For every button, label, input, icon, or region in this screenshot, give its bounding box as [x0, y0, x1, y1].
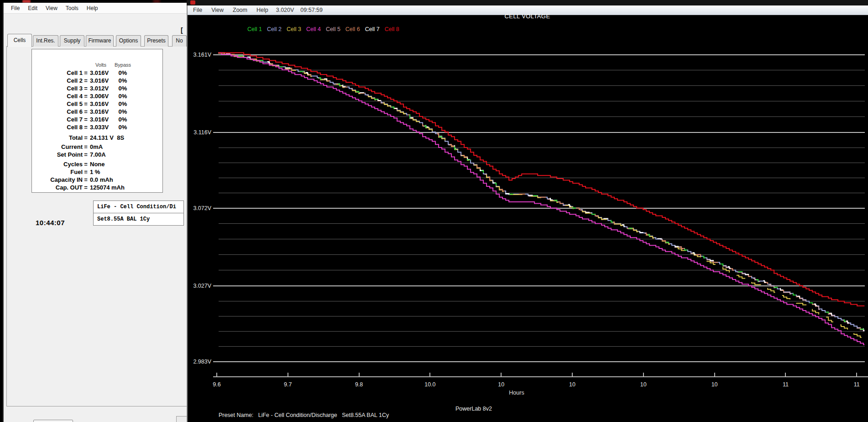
tab-options[interactable]: Options — [116, 35, 141, 47]
y-tick-label: 2.983V — [193, 359, 211, 365]
voltage-chart: 3.161V3.116V3.072V3.027V2.983V9.69.79.81… — [187, 0, 868, 422]
x-tick-label: 10 — [569, 381, 575, 388]
legend-cell-1[interactable]: Cell 1 — [247, 26, 262, 32]
x-tick-label: 10.0 — [424, 381, 435, 388]
panel-corner-fragment — [176, 416, 188, 422]
legend-cell-7[interactable]: Cell 7 — [365, 26, 380, 32]
left-menubar: FileEditViewToolsHelp — [4, 3, 187, 14]
tab-no[interactable]: No — [172, 35, 187, 47]
y-tick-label: 3.027V — [193, 283, 211, 289]
reading-capacityin: Capacity IN=0.0 mAh — [32, 176, 162, 184]
x-tick-label: 11 — [854, 381, 860, 388]
app-icon — [190, 0, 195, 5]
legend-cell-3[interactable]: Cell 3 — [287, 26, 301, 32]
tab-intres[interactable]: Int.Res. — [33, 35, 58, 47]
reading-cycles: Cycles=None — [32, 160, 162, 168]
legend-cell-8[interactable]: Cell 8 — [385, 26, 399, 32]
readings-header-row: Volts Bypass — [32, 61, 162, 69]
cell-7-reading: Cell 7=3.016V0% — [32, 116, 162, 123]
volts-column-header: Volts — [89, 62, 113, 68]
tab-presets[interactable]: Presets — [144, 35, 168, 47]
x-tick-label: 10 — [711, 381, 718, 388]
footer-device: PowerLab 8v2 — [455, 406, 492, 412]
chart-title: CELL VOLTAGE — [187, 13, 868, 20]
menu-item-help[interactable]: Help — [83, 4, 102, 13]
x-tick-label: 9.7 — [284, 381, 292, 388]
partial-button[interactable] — [33, 420, 73, 422]
legend-cell-2[interactable]: Cell 2 — [267, 26, 282, 32]
menu-item-view[interactable]: View — [42, 4, 62, 13]
chart-legend: Cell 1Cell 2Cell 3Cell 4Cell 5Cell 6Cell… — [247, 26, 399, 32]
clipped-text-fragment: [ — [181, 26, 183, 34]
x-tick-label: 10 — [498, 381, 504, 388]
y-tick-label: 3.161V — [193, 52, 211, 58]
menu-item-edit[interactable]: Edit — [24, 4, 42, 13]
preset-name-field[interactable]: LiFe - Cell Condition/Di — [93, 200, 184, 213]
footer-firmware-row: Firmware: V3.33 — [448, 415, 500, 422]
legend-cell-6[interactable]: Cell 6 — [345, 26, 360, 32]
cell-5-reading: Cell 5=3.016V0% — [32, 100, 162, 108]
screen: FileEditViewToolsHelp [ CellsInt.Res.Sup… — [0, 0, 868, 422]
x-tick-label: 9.6 — [213, 381, 220, 388]
menu-item-file[interactable]: File — [7, 4, 24, 13]
cell-6-reading: Cell 6=3.016V0% — [32, 108, 162, 116]
cell-4-reading: Cell 4=3.006V0% — [32, 92, 162, 100]
tab-supply[interactable]: Supply — [60, 35, 84, 47]
legend-cell-4[interactable]: Cell 4 — [306, 26, 321, 32]
preset-subname-field[interactable]: Set8.55A BAL 1Cy — [93, 213, 184, 226]
x-axis-title: Hours — [509, 390, 524, 396]
total-reading: Total=24.131 V 8S — [32, 134, 162, 142]
reading-current: Current=0mA — [32, 143, 162, 151]
bypass-column-header: Bypass — [113, 62, 133, 68]
x-tick-label: 11 — [783, 381, 789, 388]
trace-cell-3 — [218, 53, 864, 339]
legend-cell-5[interactable]: Cell 5 — [326, 26, 340, 32]
cell-readings-box: Volts Bypass Cell 1=3.016V0%Cell 2=3.016… — [31, 49, 163, 193]
cell-2-reading: Cell 2=3.016V0% — [32, 77, 162, 84]
cell-1-reading: Cell 1=3.016V0% — [32, 69, 162, 77]
y-tick-label: 3.072V — [193, 205, 211, 211]
footer-time-row: Time Started: 21:58:19 11/1/ — [212, 415, 295, 422]
menu-item-tools[interactable]: Tools — [62, 4, 83, 13]
clock: 10:44:07 — [36, 219, 65, 227]
reading-capout: Cap. OUT=125074 mAh — [32, 184, 162, 191]
y-tick-label: 3.116V — [193, 129, 211, 136]
cell-3-reading: Cell 3=3.012V0% — [32, 84, 162, 92]
tab-cells[interactable]: Cells — [7, 34, 32, 47]
reading-fuel: Fuel=1 % — [32, 168, 162, 176]
trace-cell-8 — [218, 53, 864, 306]
x-tick-label: 9.8 — [355, 381, 363, 388]
tab-firmware[interactable]: Firmware — [86, 35, 114, 47]
x-tick-label: 10 — [640, 381, 647, 388]
cell-8-reading: Cell 8=3.033V0% — [32, 123, 162, 131]
reading-setpoint: Set Point=7.00A — [32, 151, 162, 158]
